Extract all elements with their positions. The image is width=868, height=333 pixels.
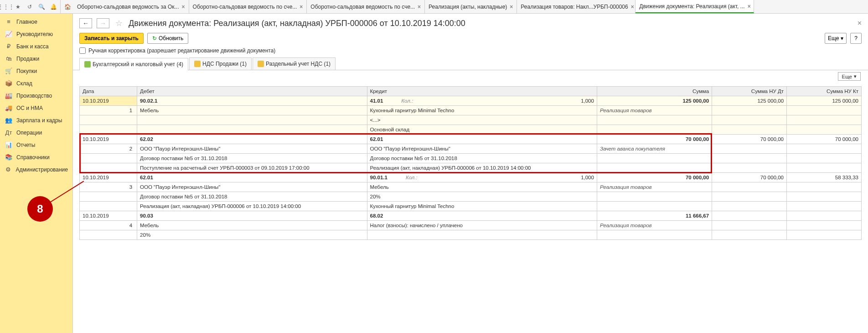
sidebar-item-1[interactable]: 📈Руководителю (0, 28, 72, 40)
row-3-acc[interactable]: 10.10.201990.0368.0211 666,67 (80, 211, 862, 221)
subtab-icon (84, 61, 91, 68)
row-0-line-2[interactable]: Основной склад (80, 125, 862, 135)
history-icon[interactable]: ↺ (24, 1, 35, 12)
debit-acc: 90.02.1 (137, 96, 367, 106)
kredit-acc: 68.02 (367, 211, 597, 221)
tab-4[interactable]: Реализация товаров: Накл...УРБП-000006× (517, 0, 636, 13)
sidebar-label: Банк и касса (16, 43, 49, 50)
row-3-line-1[interactable]: 20% (80, 230, 862, 240)
refresh-label: Обновить (159, 35, 183, 42)
more-button[interactable]: Еще ▾ (825, 33, 847, 44)
movements-table: ДатаДебетКредитСуммаСумма НУ ДтСумма НУ … (79, 86, 862, 240)
manual-edit-checkbox[interactable] (79, 47, 86, 54)
row-2-line-1[interactable]: Договор поставки №5 от 31.10.201820% (80, 192, 862, 202)
subtab-1[interactable]: НДС Продажи (1) (189, 57, 252, 70)
tab-2[interactable]: Оборотно-сальдовая ведомость по сче...× (307, 0, 425, 13)
nav-forward-button[interactable]: → (97, 18, 109, 28)
tab-label: Реализация (акты, накладные) (429, 4, 507, 10)
sidebar-label: Главное (16, 19, 37, 25)
nav-back-button[interactable]: ← (79, 18, 92, 28)
favorite-button[interactable]: ☆ (114, 18, 124, 28)
sum-note: Реализация товаров (597, 106, 712, 115)
refresh-button[interactable]: ↻Обновить (147, 33, 188, 44)
table-more-button[interactable]: Еще ▾ (838, 72, 861, 81)
sidebar-item-7[interactable]: 🚚ОС и НМА (0, 102, 72, 114)
sum-cell: 70 000,00 (597, 173, 712, 182)
sidebar-icon: 🛍 (5, 55, 13, 62)
sidebar-icon: ⚙ (5, 166, 12, 173)
kredit-line: <...> (367, 115, 597, 125)
sidebar-item-3[interactable]: 🛍Продажи (0, 52, 72, 65)
tab-label: Движения документа: Реализация (акт, ... (639, 3, 744, 10)
row-2-line-2[interactable]: Реализация (акт, накладная) УРБП-000006 … (80, 202, 862, 211)
col-3[interactable]: Сумма (597, 87, 712, 96)
close-icon[interactable]: × (182, 4, 185, 10)
sidebar-item-12[interactable]: ⚙Администрирование (0, 163, 72, 176)
help-button[interactable]: ? (850, 33, 862, 44)
star-icon[interactable]: ★ (12, 1, 23, 12)
debit-line: ООО "Пауэр Интернэшнл-Шины" (137, 144, 367, 154)
row-1-acc[interactable]: 10.10.201962.0262.0170 000,0070 000,0070… (80, 135, 862, 144)
row-1-line-1[interactable]: Договор поставки №5 от 31.10.2018Договор… (80, 154, 862, 163)
sidebar-item-5[interactable]: 📦Склад (0, 77, 72, 89)
debit-line (137, 125, 367, 135)
subtab-0[interactable]: Бухгалтерский и налоговый учет (4) (79, 58, 188, 70)
tab-0[interactable]: Оборотно-сальдовая ведомость за Ок...× (73, 0, 189, 13)
debit-line: Реализация (акт, накладная) УРБП-000006 … (137, 202, 367, 211)
sidebar-item-0[interactable]: ≡Главное (0, 16, 72, 28)
num-cell: 1 (80, 106, 137, 115)
col-4[interactable]: Сумма НУ Дт (712, 87, 787, 96)
sidebar-item-10[interactable]: 📊Отчеты (0, 139, 72, 151)
sidebar-icon: 📈 (5, 31, 13, 37)
save-close-button[interactable]: Записать и закрыть (79, 33, 144, 44)
row-0-acc[interactable]: 10.10.201990.02.141.01Кол.:1,000125 000,… (80, 96, 862, 106)
sidebar: ≡Главное📈Руководителю₽Банк и касса🛍Прода… (0, 14, 73, 333)
sidebar-item-8[interactable]: 👥Зарплата и кадры (0, 114, 72, 126)
col-1[interactable]: Дебет (137, 87, 367, 96)
tab-5[interactable]: Движения документа: Реализация (акт, ...… (636, 0, 754, 13)
kt-cell: 70 000,00 (787, 135, 862, 144)
col-0[interactable]: Дата (80, 87, 137, 96)
num-cell (80, 115, 137, 125)
close-icon[interactable]: × (510, 4, 513, 10)
close-icon[interactable]: × (300, 4, 303, 10)
sidebar-icon: 🛒 (5, 68, 13, 74)
debit-acc: 62.02 (137, 135, 367, 144)
manual-edit-label: Ручная корректировка (разрешает редактир… (88, 47, 275, 54)
close-icon[interactable]: × (418, 4, 421, 10)
bell-icon[interactable]: 🔔 (48, 1, 59, 12)
close-icon[interactable]: × (748, 3, 751, 10)
kt-cell: 58 333,33 (787, 173, 862, 182)
close-icon[interactable]: × (858, 19, 862, 27)
row-0-line-0[interactable]: 1МебельКухонный гарнитур Minimal TechnoР… (80, 106, 862, 115)
row-0-line-1[interactable]: <...> (80, 115, 862, 125)
sidebar-item-11[interactable]: 📚Справочники (0, 151, 72, 163)
row-2-line-0[interactable]: 3ООО "Пауэр Интернэшнл-Шины"МебельРеализ… (80, 182, 862, 192)
close-icon[interactable]: × (631, 4, 634, 10)
tab-1[interactable]: Оборотно-сальдовая ведомость по сче...× (189, 0, 307, 13)
subtab-label: Раздельный учет НДС (1) (266, 61, 331, 67)
col-5[interactable]: Сумма НУ Кт (787, 87, 862, 96)
debit-line: Договор поставки №5 от 31.10.2018 (137, 192, 367, 202)
subtab-icon (258, 61, 264, 67)
apps-icon[interactable]: ⋮⋮⋮ (0, 1, 11, 12)
kredit-line: Реализация (акт, накладная) УРБП-000006 … (367, 163, 597, 173)
sidebar-item-6[interactable]: 🏭Производство (0, 89, 72, 102)
dt-cell: 70 000,00 (712, 135, 787, 144)
row-2-acc[interactable]: 10.10.201962.0190.01.1Кол.:1,00070 000,0… (80, 173, 862, 182)
subtab-2[interactable]: Раздельный учет НДС (1) (253, 57, 336, 70)
sidebar-item-9[interactable]: ДтОперации (0, 126, 72, 139)
sidebar-item-4[interactable]: 🛒Покупки (0, 65, 72, 77)
sidebar-item-2[interactable]: ₽Банк и касса (0, 40, 72, 52)
date-cell: 10.10.2019 (80, 211, 137, 221)
col-2[interactable]: Кредит (367, 87, 597, 96)
row-3-line-0[interactable]: 4МебельНалог (взносы): начислено / уплач… (80, 221, 862, 230)
sidebar-label: ОС и НМА (16, 105, 43, 111)
row-1-line-0[interactable]: 2ООО "Пауэр Интернэшнл-Шины"ООО "Пауэр И… (80, 144, 862, 154)
sidebar-icon: Дт (5, 129, 13, 136)
row-1-line-2[interactable]: Поступление на расчетный счет УРБП-00000… (80, 163, 862, 173)
search-icon[interactable]: 🔍 (36, 1, 47, 12)
home-icon[interactable]: 🏠 (62, 1, 73, 12)
tab-3[interactable]: Реализация (акты, накладные)× (425, 0, 517, 13)
debit-line: ООО "Пауэр Интернэшнл-Шины" (137, 182, 367, 192)
